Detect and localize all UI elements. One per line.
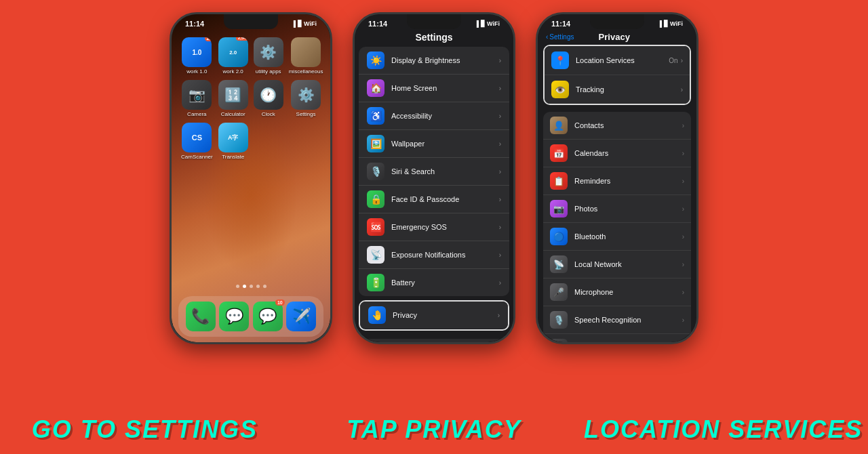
app-settings-label: Settings: [296, 111, 316, 117]
reminders-privacy-icon: 📋: [550, 172, 568, 190]
badge-work2: 2,549: [236, 37, 248, 41]
status-icons-2: ▐ ▊ WiFi: [475, 20, 500, 27]
app-work1-label: work 1.0: [186, 68, 207, 75]
settings-item-battery[interactable]: 🔋 Battery ›: [359, 269, 509, 296]
privacy-item-contacts[interactable]: 👤 Contacts ›: [543, 112, 691, 140]
dock-whatsapp[interactable]: 💬: [219, 302, 249, 331]
app-utility-label: utility apps: [256, 68, 281, 75]
display-label: Display & Brightness: [391, 56, 499, 64]
app-settings[interactable]: ⚙️ Settings: [289, 80, 323, 117]
privacy-nav: ‹ Settings Privacy: [538, 29, 696, 45]
privacy-highlight-box: 🤚 Privacy ›: [359, 300, 509, 331]
home-content: 11:14 ▐ ▊ WiFi 1.0 20 work 1.0: [172, 14, 330, 342]
app-work1-icon: 1.0 20: [182, 37, 212, 67]
dot-3: [250, 285, 253, 288]
tracking-chevron-icon: ›: [681, 86, 683, 94]
status-bar-3: 11:14 ▐ ▊ WiFi: [538, 14, 696, 29]
settings-item-siri[interactable]: 🎙️ Siri & Search ›: [359, 158, 509, 186]
app-misc[interactable]: miscellaneous: [289, 37, 323, 75]
app-work2-icon: 2.0 2,549: [218, 37, 248, 67]
settings-item-homescreen[interactable]: 🏠 Home Screen ›: [359, 75, 509, 102]
settings-item-privacy[interactable]: 🤚 Privacy ›: [360, 302, 508, 329]
badge-work1: 20: [205, 37, 212, 41]
home-dots: [172, 285, 330, 293]
app-clock[interactable]: 🕐 Clock: [254, 80, 283, 117]
contacts-privacy-chevron: ›: [682, 122, 684, 129]
wallpaper-chevron: ›: [499, 140, 501, 148]
contacts-privacy-label: Contacts: [574, 121, 682, 129]
privacy-item-microphone[interactable]: 🎤 Microphone ›: [543, 278, 691, 306]
dock-phone[interactable]: 📞: [186, 302, 216, 331]
settings-item-wallpaper[interactable]: 🖼️ Wallpaper ›: [359, 130, 509, 158]
localnetwork-privacy-label: Local Network: [574, 260, 682, 268]
privacy-items-list: 👤 Contacts › 📅 Calendars › 📋: [538, 112, 696, 342]
app-grid: 1.0 20 work 1.0 2.0 2,549 work 2.: [172, 32, 330, 165]
app-work2[interactable]: 2.0 2,549 work 2.0: [218, 37, 248, 75]
app-utility[interactable]: ⚙️ utility apps: [254, 37, 283, 75]
calendars-privacy-chevron: ›: [682, 150, 684, 157]
settings-item-faceid[interactable]: 🔒 Face ID & Passcode ›: [359, 186, 509, 213]
app-camera[interactable]: 📷 Camera: [181, 80, 213, 117]
dock-telegram[interactable]: ✈️: [286, 302, 316, 331]
app-cs[interactable]: CS CamScanner: [181, 123, 213, 160]
privacy-item-calendars[interactable]: 📅 Calendars ›: [543, 140, 691, 167]
app-settings-icon: ⚙️: [291, 80, 321, 110]
privacy-item-reminders[interactable]: 📋 Reminders ›: [543, 167, 691, 195]
app-cs-icon: CS: [182, 123, 212, 152]
battery-chevron: ›: [499, 279, 501, 287]
privacy-page-title: Privacy: [599, 32, 630, 42]
battery-label: Battery: [391, 278, 499, 287]
display-icon: ☀️: [367, 51, 384, 69]
privacy-item-bluetooth[interactable]: 🔵 Bluetooth ›: [543, 223, 691, 251]
settings-title: Settings: [355, 29, 513, 47]
privacy-item-photos[interactable]: 📷 Photos ›: [543, 195, 691, 223]
app-utility-icon: ⚙️: [254, 37, 283, 67]
sos-icon: 🆘: [367, 218, 384, 236]
privacy-item-camera[interactable]: 📷 Camera ›: [543, 334, 691, 342]
localnetwork-privacy-icon: 📡: [550, 255, 568, 273]
phone2-shell: 11:14 ▐ ▊ WiFi Settings ☀️ Display & Bri…: [353, 12, 515, 344]
wallpaper-icon: 🖼️: [367, 135, 384, 152]
status-icons-1: ▐ ▊ WiFi: [292, 20, 317, 27]
tracking-item[interactable]: 👁️ Tracking ›: [545, 75, 690, 104]
back-button[interactable]: ‹ Settings: [546, 33, 574, 41]
settings-item-display[interactable]: ☀️ Display & Brightness ›: [359, 47, 509, 75]
bluetooth-privacy-icon: 🔵: [550, 228, 568, 245]
speech-privacy-label: Speech Recognition: [574, 316, 682, 324]
label-privacy: TAP PRIVACY: [290, 415, 579, 444]
settings-group-store: 🅐 App Store ›: [359, 339, 509, 342]
homescreen-chevron: ›: [499, 85, 501, 92]
settings-item-exposure[interactable]: 📡 Exposure Notifications ›: [359, 241, 509, 269]
settings-item-sos[interactable]: 🆘 Emergency SOS ›: [359, 213, 509, 241]
back-label: Settings: [549, 33, 574, 41]
app-calculator[interactable]: 🔢 Calculator: [218, 80, 248, 117]
photos-privacy-chevron: ›: [682, 205, 684, 213]
tracking-label: Tracking: [576, 85, 681, 94]
app-work1[interactable]: 1.0 20 work 1.0: [181, 37, 213, 75]
accessibility-icon: ♿: [367, 107, 384, 125]
privacy-chevron: ›: [498, 312, 500, 319]
microphone-privacy-label: Microphone: [574, 288, 682, 296]
app-misc-icon: [291, 37, 321, 67]
location-services-icon: 📍: [551, 51, 569, 69]
phone1-shell: 11:14 ▐ ▊ WiFi 1.0 20 work 1.0: [170, 12, 332, 344]
privacy-item-localnetwork[interactable]: 📡 Local Network ›: [543, 251, 691, 278]
status-bar-2: 11:14 ▐ ▊ WiFi: [355, 14, 513, 29]
privacy-item-speech[interactable]: 🎙️ Speech Recognition ›: [543, 306, 691, 334]
app-translate[interactable]: A字 Translate: [218, 123, 248, 160]
siri-label: Siri & Search: [391, 167, 499, 176]
dot-1: [236, 285, 239, 288]
settings-item-appstore[interactable]: 🅐 App Store ›: [359, 339, 509, 342]
dock-messages[interactable]: 💬 10: [253, 302, 283, 331]
location-services-item[interactable]: 📍 Location Services On ›: [545, 46, 690, 75]
home-screen: 11:14 ▐ ▊ WiFi 1.0 20 work 1.0: [172, 14, 330, 342]
dot-4: [256, 285, 260, 288]
status-time-1: 11:14: [185, 20, 204, 28]
siri-chevron: ›: [499, 168, 501, 176]
homescreen-label: Home Screen: [391, 84, 499, 92]
app-calculator-icon: 🔢: [218, 80, 248, 110]
status-icons-3: ▐ ▊ WiFi: [658, 20, 683, 27]
tracking-icon: 👁️: [551, 81, 569, 98]
phone3-screen: 11:14 ▐ ▊ WiFi ‹ Settings Privacy: [538, 14, 696, 342]
settings-item-accessibility[interactable]: ♿ Accessibility ›: [359, 102, 509, 130]
